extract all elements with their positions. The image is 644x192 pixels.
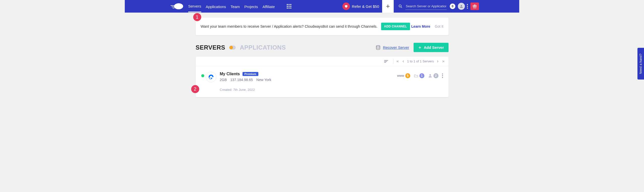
pager-text: 1 to 1 of 1 Servers [407,59,434,63]
nav-link-applications[interactable]: Applications [206,1,226,12]
svg-point-8 [376,45,380,47]
account-avatar[interactable] [458,3,465,10]
recover-server-label: Recover Server [383,45,409,50]
nav-link-affiliate[interactable]: Affiliate [262,1,275,12]
callout-1: 1 [193,13,201,21]
refer-label: Refer & Get $50 [352,4,379,9]
nav-link-servers[interactable]: Servers [188,0,201,12]
divider [393,59,393,64]
svg-point-4 [399,5,401,7]
help-side-tab[interactable]: Need a hand? [637,48,644,80]
folder-icon [414,73,418,78]
search-input[interactable] [405,3,447,10]
server-list: 1 to 1 of 1 Servers My Clients Premium [196,57,449,97]
row-more-icon[interactable] [442,73,443,78]
users-count[interactable]: 2 [428,73,438,78]
notification-count[interactable]: 0 [450,4,455,9]
svg-rect-2 [172,7,175,7]
channel-notice: Want your team members to receive Server… [196,18,449,35]
add-server-label: Add Server [424,45,444,50]
server-created: Created: 7th June, 2022 [220,88,271,92]
learn-more-link[interactable]: Learn More [411,24,430,28]
add-button[interactable] [382,0,394,13]
users-count-value: 2 [433,73,438,78]
nav-link-projects[interactable]: Projects [244,1,258,12]
apps-count[interactable]: www 5 [397,73,410,78]
nav-links: Servers Applications Team Projects Affil… [188,0,291,12]
pager-first-icon[interactable] [396,60,399,63]
heart-icon [342,3,350,10]
add-server-button[interactable]: Add Server [414,43,448,52]
add-channel-button[interactable]: ADD CHANNEL [381,23,410,30]
topbar-more-icon[interactable] [467,4,468,9]
plus-icon [418,46,422,49]
logo[interactable] [170,3,184,10]
view-tabs: SERVERS APPLICATIONS Recover Server Add … [196,43,449,52]
search [398,3,447,10]
tab-servers[interactable]: SERVERS [196,44,225,51]
pager-last-icon[interactable] [441,60,445,63]
status-dot-running [201,74,204,77]
server-name: My Clients [220,72,240,76]
refer-link[interactable]: Refer & Get $50 [342,3,379,10]
nav-link-team[interactable]: Team [231,1,240,12]
gift-icon[interactable] [470,3,479,10]
server-row[interactable]: My Clients Premium 2GB 137.184.98.65 New… [196,66,449,97]
callout-2: 2 [191,85,199,93]
apps-count-value: 5 [405,73,410,78]
apps-grid-icon[interactable] [287,4,291,9]
list-header: 1 to 1 of 1 Servers [196,57,449,66]
server-size: 2GB [220,78,227,82]
svg-rect-3 [173,8,175,8]
svg-point-5 [461,5,462,6]
projects-count[interactable]: 1 [414,73,424,78]
pager-prev-icon[interactable] [401,60,405,63]
www-label: www [397,74,404,78]
svg-rect-1 [171,5,175,6]
server-stack-icon [375,45,381,50]
provider-digitalocean-icon [206,72,216,82]
view-toggle[interactable] [229,46,236,50]
notice-text: Want your team members to receive Server… [201,24,378,28]
server-stats: www 5 1 2 [397,73,443,78]
sort-icon[interactable] [384,60,388,63]
got-it-link[interactable]: Got It [435,24,443,28]
pager-next-icon[interactable] [436,60,439,63]
server-info: My Clients Premium 2GB 137.184.98.65 New… [220,72,271,92]
top-nav: Servers Applications Team Projects Affil… [125,0,519,13]
server-ip: 137.184.98.65 [230,78,253,82]
user-icon [428,73,432,78]
pager: 1 to 1 of 1 Servers [396,59,445,63]
svg-point-0 [174,3,183,9]
premium-badge: Premium [243,72,258,76]
svg-point-9 [429,74,431,76]
projects-count-value: 1 [419,73,424,78]
search-icon [398,4,403,9]
recover-server-link[interactable]: Recover Server [375,45,409,50]
server-region: New York [256,78,271,82]
tab-applications[interactable]: APPLICATIONS [240,44,286,51]
